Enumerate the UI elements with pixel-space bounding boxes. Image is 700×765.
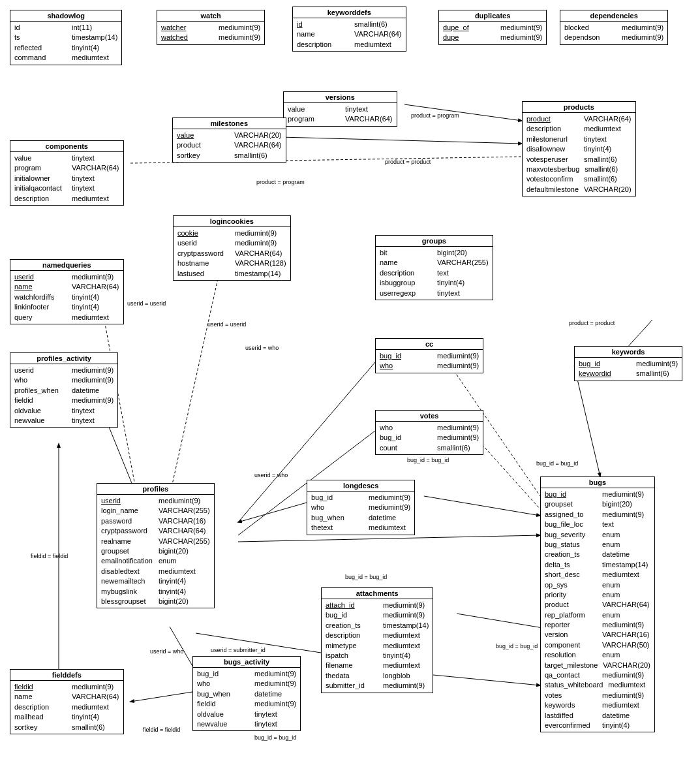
field-type: mediumint(9) <box>254 679 296 689</box>
table-row: cookiemediumint(9) <box>177 228 286 238</box>
field-name: initialowner <box>14 174 67 183</box>
field-type: datetime <box>602 711 630 721</box>
table-row: initialqacontacttinytext <box>14 183 119 193</box>
field-type: mediumtext <box>369 523 406 533</box>
field-type: timestamp(14) <box>602 560 648 570</box>
field-type: enum <box>159 556 177 566</box>
field-name: userid <box>14 366 67 375</box>
field-type: VARCHAR(50) <box>602 640 650 650</box>
table-row: oldvaluetinytext <box>197 710 296 719</box>
table-row: dupemediumint(9) <box>443 33 542 42</box>
field-name: who <box>380 423 432 433</box>
table-row: descriptiontext <box>380 268 489 278</box>
field-name: groupset <box>101 546 153 556</box>
field-name: linkinfooter <box>14 302 67 312</box>
field-name: mybugslink <box>101 587 153 597</box>
table-row: fieldidmediumint(9) <box>14 396 114 405</box>
table-row: newemailtechtinyint(4) <box>101 576 210 586</box>
table-row: valueVARCHAR(20) <box>177 131 282 140</box>
field-name: login_name <box>101 506 153 516</box>
table-row: descriptionmediumtext <box>526 124 632 134</box>
field-name: dupe <box>443 33 495 42</box>
field-type: VARCHAR(64) <box>602 600 650 610</box>
field-type: VARCHAR(20) <box>584 185 632 195</box>
table-row: useridmediumint(9) <box>101 496 210 506</box>
table-row: login_nameVARCHAR(255) <box>101 506 210 516</box>
field-type: VARCHAR(64) <box>354 29 402 39</box>
relation-label-6: userid = who <box>254 472 288 478</box>
field-type: tinyint(4) <box>584 144 611 154</box>
field-type: timestamp(14) <box>235 269 281 279</box>
table-body-versions: valuetinytextprogramVARCHAR(64) <box>284 103 397 126</box>
table-row: profiles_whendatetime <box>14 386 114 396</box>
table-body-milestones: valueVARCHAR(20)productVARCHAR(64)sortke… <box>173 129 286 162</box>
table-profiles_activity: profiles_activityuseridmediumint(9)whome… <box>10 352 118 428</box>
table-row: watchermediumint(9) <box>161 23 260 33</box>
field-type: text <box>437 268 449 278</box>
field-type: tinyint(4) <box>602 721 630 730</box>
field-type: VARCHAR(128) <box>235 258 286 268</box>
field-name: name <box>14 282 67 292</box>
field-type: smallint(6) <box>636 369 669 379</box>
field-type: mediumint(9) <box>437 423 479 433</box>
field-type: VARCHAR(16) <box>159 516 206 526</box>
table-row: dupe_ofmediumint(9) <box>443 23 542 33</box>
field-type: mediumint(9) <box>254 699 296 709</box>
table-row: disabledtextmediumtext <box>101 567 210 576</box>
field-type: bigint(20) <box>437 248 467 258</box>
field-type: tinytext <box>72 416 95 426</box>
table-header-shadowlog: shadowlog <box>10 10 121 22</box>
table-row: bug_idmediumint(9) <box>545 490 650 499</box>
field-name: op_sys <box>545 580 597 590</box>
field-name: name <box>380 258 432 268</box>
table-body-watch: watchermediumint(9)watchedmediumint(9) <box>157 22 264 44</box>
field-type: mediumtext <box>383 661 420 670</box>
field-name: who <box>380 361 432 371</box>
field-name: reporter <box>545 620 597 630</box>
field-name: votes <box>545 691 597 700</box>
table-row: lastusedtimestamp(14) <box>177 269 286 279</box>
table-row: dependsonmediumint(9) <box>564 33 663 42</box>
table-row: userregexptinytext <box>380 289 489 298</box>
field-type: bigint(20) <box>159 546 189 556</box>
table-row: componentVARCHAR(50) <box>545 640 650 650</box>
table-row: blockedmediumint(9) <box>564 23 663 33</box>
table-body-shadowlog: idint(11)tstimestamp(14)reflectedtinyint… <box>10 22 121 65</box>
field-name: delta_ts <box>545 560 597 570</box>
table-row: nameVARCHAR(64) <box>14 692 119 702</box>
field-type: datetime <box>72 386 99 396</box>
field-name: hostname <box>177 258 230 268</box>
field-name: value <box>177 131 229 140</box>
field-name: sortkey <box>14 723 67 732</box>
table-row: mimetypemediumtext <box>326 641 429 651</box>
field-name: reflected <box>14 43 67 53</box>
table-row: qa_contactmediumint(9) <box>545 670 650 680</box>
relation-label-1: product = product <box>385 159 431 165</box>
field-name: program <box>288 114 340 124</box>
table-row: nameVARCHAR(64) <box>14 282 119 292</box>
field-type: mediumtext <box>354 40 391 50</box>
table-row: programVARCHAR(64) <box>288 114 393 124</box>
table-row: reportermediumint(9) <box>545 620 650 630</box>
field-name: creation_ts <box>545 550 597 559</box>
field-type: tinyint(4) <box>72 43 99 53</box>
table-row: whomediumint(9) <box>197 679 296 689</box>
field-type: mediumtext <box>584 124 621 134</box>
table-row: programVARCHAR(64) <box>14 163 119 173</box>
relation-label-13: fieldid = fieldid <box>31 553 68 559</box>
table-groups: groupsbitbigint(20)nameVARCHAR(255)descr… <box>375 235 493 300</box>
field-type: enum <box>602 610 620 620</box>
field-name: fieldid <box>14 682 67 692</box>
table-row: useridmediumint(9) <box>177 238 286 248</box>
field-name: assigned_to <box>545 510 597 520</box>
field-name: id <box>297 20 349 29</box>
table-row: bug_file_loctext <box>545 520 650 529</box>
table-row: bug_idmediumint(9) <box>380 433 479 443</box>
field-name: bit <box>380 248 432 258</box>
field-name: disallownew <box>526 144 579 154</box>
field-name: description <box>526 124 579 134</box>
table-row: ispatchtinyint(4) <box>326 651 429 661</box>
table-row: whomediumint(9) <box>311 503 410 512</box>
field-name: bug_when <box>197 689 249 699</box>
field-name: bug_id <box>380 433 432 443</box>
